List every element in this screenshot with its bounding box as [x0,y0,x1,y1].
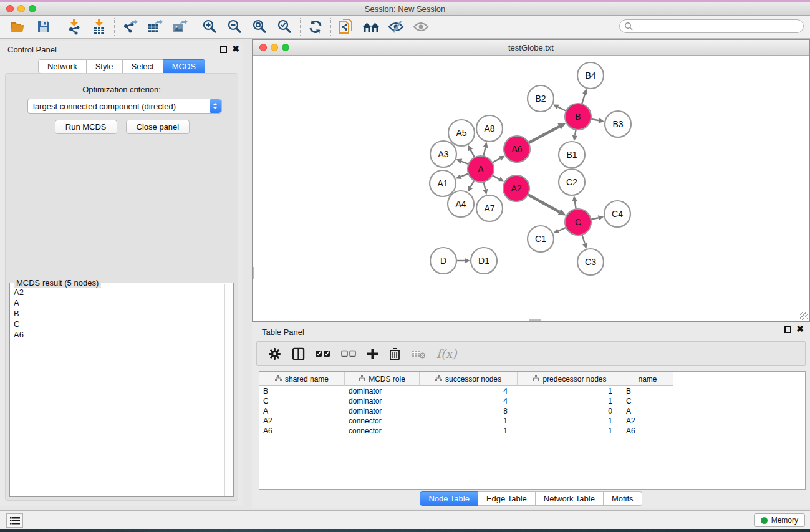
export-network-icon[interactable] [117,17,142,36]
float-table-panel-icon[interactable] [784,326,791,333]
tab-select[interactable]: Select [123,59,163,74]
vertical-scrollbar[interactable] [253,267,254,279]
table-row[interactable]: A6connector11A6 [259,426,805,436]
table-cell[interactable]: 1 [518,417,622,425]
delete-column-icon[interactable] [389,347,400,360]
table-cell[interactable]: dominator [345,407,420,415]
column-header-shared-name[interactable]: shared name [259,372,345,386]
table-cell[interactable]: 1 [420,427,518,435]
table-cell[interactable]: 1 [420,417,518,425]
table-cell[interactable]: 1 [518,387,622,395]
table-toolbar: f(x) [256,341,806,366]
result-list-item[interactable]: B [11,308,225,319]
column-header-predecessor-nodes[interactable]: predecessor nodes [518,372,622,386]
table-row[interactable]: Cdominator41C [259,396,805,406]
open-session-icon[interactable] [6,17,31,36]
table-row[interactable]: Bdominator41B [259,386,805,396]
edge-A6-B[interactable] [528,127,559,143]
hide-selected-icon[interactable] [383,17,408,36]
show-all-columns-icon[interactable] [316,349,330,358]
zoom-fit-icon[interactable] [248,17,272,36]
result-list-item[interactable]: A2 [11,287,225,297]
table-cell[interactable]: A2 [622,417,673,425]
table-cell[interactable]: 1 [518,427,622,435]
column-header-mcds-role[interactable]: MCDS role [345,372,420,386]
tab-network-table[interactable]: Network Table [536,491,604,506]
result-list-item[interactable]: C [11,319,225,329]
gear-icon[interactable] [268,347,281,360]
node-table[interactable]: shared nameMCDS rolesuccessor nodesprede… [259,371,806,490]
run-mcds-button[interactable]: Run MCDS [55,120,117,134]
tab-motifs[interactable]: Motifs [604,491,642,506]
tab-node-table[interactable]: Node Table [420,491,478,506]
export-table-icon[interactable] [142,17,167,36]
memory-button[interactable]: Memory [754,513,805,527]
table-row[interactable]: A2connector11A2 [259,416,805,426]
table-cell[interactable]: A [259,407,345,415]
zoom-out-icon[interactable] [223,17,248,36]
add-column-icon[interactable] [367,348,378,360]
criterion-select[interactable]: largest connected component (directed) [27,99,222,114]
resize-grip[interactable] [800,312,808,320]
close-panel-icon[interactable]: ✖ [232,44,239,54]
node-label-B2: B2 [535,94,546,104]
table-cell[interactable]: connector [345,417,420,425]
table-cell[interactable]: C [259,397,345,405]
memory-status-icon [761,517,768,524]
zoom-in-icon[interactable] [198,17,223,36]
network-window-titlebar[interactable]: testGlobe.txt [253,40,809,56]
tab-mcds[interactable]: MCDS [163,59,205,74]
node-label-A: A [478,164,484,174]
mcds-result-list[interactable]: A2ABCA6 [11,287,225,496]
edge-A2-C[interactable] [527,194,559,212]
task-history-button[interactable] [6,513,23,528]
import-table-icon[interactable] [87,17,112,36]
result-list-item[interactable]: A [11,297,225,308]
node-label-A5: A5 [456,128,466,138]
table-cell[interactable]: A6 [259,427,345,435]
table-cell[interactable]: dominator [345,397,420,405]
first-neighbors-icon[interactable] [359,17,383,36]
delete-table-icon [411,349,426,359]
table-cell[interactable]: C [622,397,673,405]
network-graph[interactable]: B4B2BB3A8A5A6A3B1AC2A1A2A4A7C4CC1DD1C3 [253,56,809,321]
close-panel-button[interactable]: Close panel [126,120,190,134]
table-cell[interactable]: 0 [518,407,622,415]
hide-columns-icon[interactable] [341,349,356,358]
result-list-scrollbar[interactable] [224,284,233,496]
float-panel-icon[interactable] [220,46,227,53]
column-header-name[interactable]: name [622,372,673,386]
new-network-from-selection-icon[interactable] [334,17,359,36]
table-cell[interactable]: 8 [420,407,518,415]
table-cell[interactable]: dominator [345,387,420,395]
tab-edge-table[interactable]: Edge Table [478,491,536,506]
show-all-icon[interactable] [408,17,433,36]
table-cell[interactable]: B [622,387,673,395]
table-cell[interactable]: 4 [420,387,518,395]
save-session-icon[interactable] [31,17,56,36]
tab-style[interactable]: Style [87,59,123,74]
export-image-icon[interactable] [167,17,192,36]
table-cell[interactable]: A [622,407,673,415]
columns-icon[interactable] [292,347,305,360]
result-list-item[interactable]: A6 [11,329,225,340]
table-cell[interactable]: connector [345,427,420,435]
node-label-B1: B1 [566,150,577,160]
table-row[interactable]: Adominator80A [259,406,805,416]
table-cell[interactable]: B [259,387,345,395]
table-cell[interactable]: 4 [420,397,518,405]
tab-network[interactable]: Network [38,59,87,74]
network-canvas[interactable]: B4B2BB3A8A5A6A3B1AC2A1A2A4A7C4CC1DD1C3 [253,56,809,321]
refresh-icon[interactable] [303,17,328,36]
table-cell[interactable]: A2 [259,417,345,425]
table-cell[interactable]: 1 [518,397,622,405]
search-input[interactable] [619,19,804,33]
zoom-selected-icon[interactable] [272,17,297,36]
close-table-panel-icon[interactable]: ✖ [796,324,804,334]
node-label-C1: C1 [535,234,546,244]
table-cell[interactable]: A6 [622,427,673,435]
column-type-icon [275,375,282,384]
horizontal-scrollbar[interactable] [529,319,541,321]
column-header-successor-nodes[interactable]: successor nodes [420,372,518,386]
import-network-icon[interactable] [62,17,87,36]
